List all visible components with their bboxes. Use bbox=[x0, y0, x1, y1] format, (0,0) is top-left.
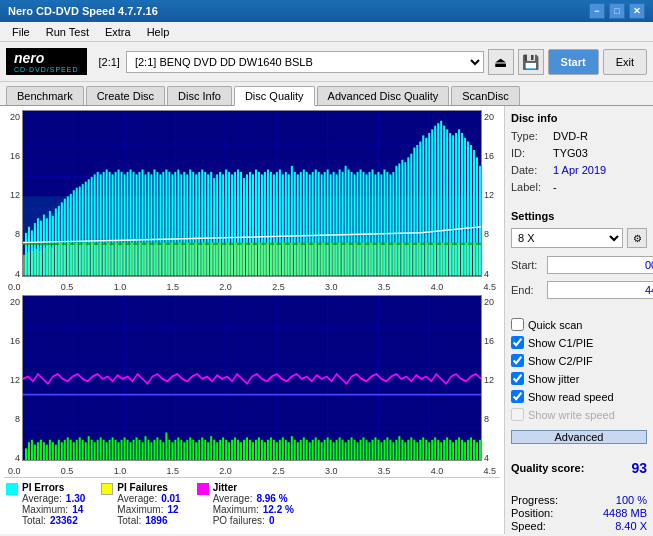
svg-rect-271 bbox=[433, 243, 436, 276]
svg-rect-254 bbox=[366, 245, 369, 275]
svg-rect-349 bbox=[183, 442, 185, 460]
speed-select[interactable]: 8 X bbox=[511, 228, 623, 248]
menu-help[interactable]: Help bbox=[139, 24, 178, 40]
svg-rect-431 bbox=[428, 442, 430, 460]
drive-select[interactable]: [2:1] BENQ DVD DD DW1640 BSLB bbox=[126, 51, 484, 73]
disc-date-value: 1 Apr 2019 bbox=[553, 164, 606, 176]
menu-extra[interactable]: Extra bbox=[97, 24, 139, 40]
svg-rect-278 bbox=[461, 245, 464, 275]
svg-rect-299 bbox=[34, 444, 36, 460]
tab-disc-quality[interactable]: Disc Quality bbox=[234, 86, 315, 106]
quality-score-value: 93 bbox=[631, 460, 647, 476]
svg-rect-188 bbox=[103, 245, 106, 275]
chart2-x-axis: 0.00.51.01.52.0 2.53.03.54.04.5 bbox=[4, 465, 500, 477]
close-button[interactable]: ✕ bbox=[629, 3, 645, 19]
tab-scan-disc[interactable]: ScanDisc bbox=[451, 86, 519, 105]
show-c2-checkbox[interactable] bbox=[511, 354, 524, 367]
tab-disc-info[interactable]: Disc Info bbox=[167, 86, 232, 105]
quick-scan-checkbox[interactable] bbox=[511, 318, 524, 331]
jitter-avg-label: Average: bbox=[213, 493, 253, 504]
tab-benchmark[interactable]: Benchmark bbox=[6, 86, 84, 105]
svg-rect-213 bbox=[202, 243, 205, 276]
show-jitter-checkbox[interactable] bbox=[511, 372, 524, 385]
pi-errors-max-label: Maximum: bbox=[22, 504, 68, 515]
chart1-y-axis-right: 20161284 bbox=[482, 110, 500, 281]
exit-button[interactable]: Exit bbox=[603, 49, 647, 75]
advanced-button[interactable]: Advanced bbox=[511, 430, 647, 444]
svg-rect-442 bbox=[461, 439, 463, 460]
show-c2-row: Show C2/PIF bbox=[511, 354, 647, 367]
svg-rect-178 bbox=[63, 245, 66, 275]
menu-file[interactable]: File bbox=[4, 24, 38, 40]
legend: PI Errors Average: 1.30 Maximum: 14 Tota… bbox=[4, 477, 500, 530]
svg-rect-230 bbox=[270, 245, 273, 275]
show-read-label: Show read speed bbox=[528, 391, 614, 403]
svg-rect-332 bbox=[133, 439, 135, 460]
svg-rect-391 bbox=[309, 442, 311, 460]
svg-rect-416 bbox=[383, 439, 385, 460]
svg-rect-388 bbox=[300, 439, 302, 460]
tab-create-disc[interactable]: Create Disc bbox=[86, 86, 165, 105]
svg-rect-342 bbox=[162, 442, 164, 460]
svg-rect-413 bbox=[374, 437, 376, 460]
settings-title: Settings bbox=[511, 210, 647, 222]
svg-rect-432 bbox=[431, 439, 433, 460]
svg-rect-226 bbox=[254, 245, 257, 275]
svg-rect-215 bbox=[210, 243, 213, 276]
svg-rect-260 bbox=[389, 245, 392, 275]
disc-label-row: Label: - bbox=[511, 181, 647, 193]
svg-rect-374 bbox=[258, 437, 260, 460]
svg-rect-415 bbox=[380, 442, 382, 460]
chart2-y-axis: 20161284 bbox=[4, 295, 22, 466]
end-input[interactable] bbox=[547, 281, 653, 299]
start-button[interactable]: Start bbox=[548, 49, 599, 75]
svg-rect-410 bbox=[366, 439, 368, 460]
svg-rect-192 bbox=[119, 245, 122, 275]
svg-rect-331 bbox=[130, 442, 132, 460]
svg-rect-240 bbox=[310, 245, 313, 275]
svg-rect-319 bbox=[94, 442, 96, 460]
menu-run-test[interactable]: Run Test bbox=[38, 24, 97, 40]
svg-rect-385 bbox=[291, 436, 293, 460]
svg-rect-358 bbox=[210, 436, 212, 460]
svg-rect-421 bbox=[398, 436, 400, 460]
eject-icon[interactable]: ⏏ bbox=[488, 49, 514, 75]
start-input[interactable] bbox=[547, 256, 653, 274]
svg-rect-436 bbox=[443, 439, 445, 460]
svg-rect-367 bbox=[237, 439, 239, 460]
svg-rect-261 bbox=[393, 243, 396, 276]
svg-rect-281 bbox=[473, 243, 476, 276]
svg-rect-379 bbox=[273, 439, 275, 460]
jitter-max-value: 12.2 % bbox=[263, 504, 294, 515]
show-c1-label: Show C1/PIE bbox=[528, 337, 593, 349]
show-c1-checkbox[interactable] bbox=[511, 336, 524, 349]
svg-rect-307 bbox=[58, 439, 60, 460]
svg-rect-368 bbox=[240, 442, 242, 460]
svg-rect-253 bbox=[362, 243, 365, 276]
disc-type-row: Type: DVD-R bbox=[511, 130, 647, 142]
minimize-button[interactable]: − bbox=[589, 3, 605, 19]
svg-rect-357 bbox=[207, 442, 209, 460]
svg-rect-386 bbox=[294, 439, 296, 460]
maximize-button[interactable]: □ bbox=[609, 3, 625, 19]
svg-rect-195 bbox=[131, 243, 134, 276]
svg-rect-350 bbox=[186, 439, 188, 460]
svg-rect-353 bbox=[195, 442, 197, 460]
show-write-label: Show write speed bbox=[528, 409, 615, 421]
svg-rect-227 bbox=[258, 243, 261, 276]
svg-rect-356 bbox=[204, 439, 206, 460]
settings-icon-button[interactable]: ⚙ bbox=[627, 228, 647, 248]
svg-rect-228 bbox=[262, 245, 265, 275]
svg-rect-205 bbox=[170, 243, 173, 276]
chart1 bbox=[22, 110, 482, 277]
svg-rect-308 bbox=[61, 442, 63, 460]
svg-rect-351 bbox=[189, 437, 191, 460]
svg-rect-389 bbox=[303, 437, 305, 460]
save-icon[interactable]: 💾 bbox=[518, 49, 544, 75]
svg-rect-199 bbox=[146, 243, 149, 276]
show-read-checkbox[interactable] bbox=[511, 390, 524, 403]
svg-rect-211 bbox=[194, 243, 197, 276]
svg-rect-418 bbox=[389, 439, 391, 460]
speed-value: 8.40 X bbox=[615, 520, 647, 532]
tab-advanced-disc-quality[interactable]: Advanced Disc Quality bbox=[317, 86, 450, 105]
